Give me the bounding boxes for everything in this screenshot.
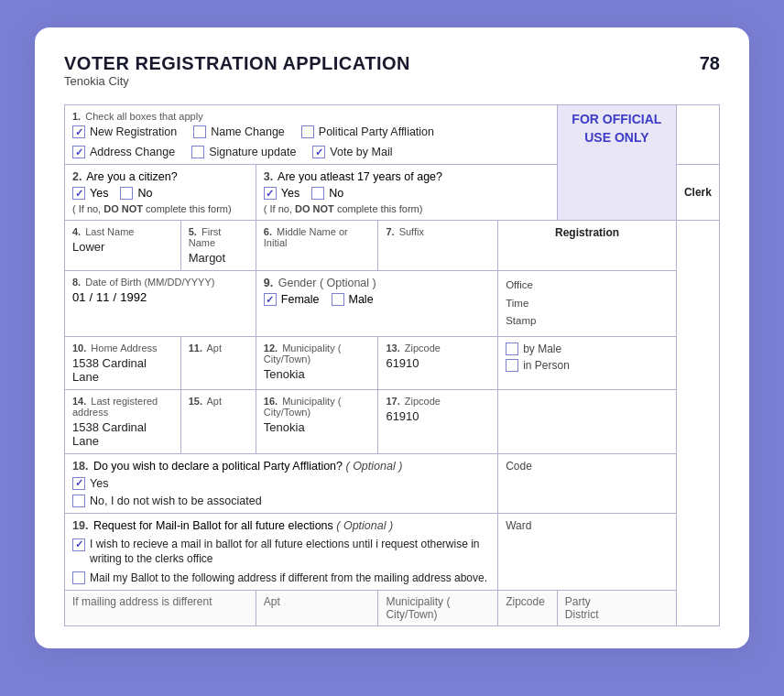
citizen-note: ( If no, DO NOT complete this form) <box>72 203 248 214</box>
cb-citizen-yes[interactable] <box>72 187 85 200</box>
by-mail-cell: by Male in Person <box>498 336 677 389</box>
first-name-cell: 5. First Name Margot <box>180 221 256 271</box>
mailing-address-row: If mailing address is different Apt Muni… <box>65 591 720 626</box>
cb-party-yes[interactable] <box>72 477 85 490</box>
dob-cell-container: 8. Date of Birth (MM/DD/YYYY) 01 / 11 / … <box>65 271 256 337</box>
cb-name-change[interactable] <box>193 125 206 138</box>
municipality-cell: 12. Municipality ( City/Town) Tenokia <box>256 336 378 389</box>
party-row: 18. Do you wish to declare a political P… <box>65 453 720 513</box>
cb-male[interactable] <box>332 293 344 306</box>
last-municipality-value: Tenokia <box>264 420 371 434</box>
mail-option1[interactable]: I wish to recieve a mail in ballot for a… <box>72 537 490 568</box>
checkbox-vote-by-mail[interactable]: Vote by Mail <box>312 146 392 158</box>
ward-cell: Ward <box>498 513 677 591</box>
age-cell: 3. Are you atleast 17 years of age? Yes … <box>256 165 557 221</box>
cb-citizen-no[interactable] <box>120 187 133 200</box>
apt-cell: 11. Apt <box>180 336 256 389</box>
last-name-value: Lower <box>72 240 173 254</box>
voter-registration-card: VOTER REGISTRATION APPLICATION Tenokia C… <box>35 27 749 648</box>
checkbox-signature-update[interactable]: Signature update <box>191 146 296 158</box>
dob-gender-row: 8. Date of Birth (MM/DD/YYYY) 01 / 11 / … <box>65 271 720 337</box>
section1-checkboxes: New Registration Name Change Political P… <box>72 125 550 158</box>
cb-political-party[interactable] <box>301 125 314 138</box>
first-name-value: Margot <box>189 251 248 265</box>
stamp-cell: Office Time Stamp <box>498 271 677 337</box>
cb-age-no[interactable] <box>311 187 324 200</box>
party-question-cell: 18. Do you wish to declare a political P… <box>65 453 498 513</box>
name-row: 4. Last Name Lower 5. First Name Margot … <box>65 221 720 271</box>
empty-cell-last <box>498 389 677 453</box>
cb-female[interactable] <box>264 293 277 306</box>
age-note: ( If no, DO NOT complete this form) <box>264 203 550 214</box>
mail-ballot-row: 19. Request for Mail-in Ballot for all f… <box>65 513 720 591</box>
cb-age-yes[interactable] <box>264 187 277 200</box>
in-person-item: in Person <box>506 359 669 372</box>
middle-name-cell: 6. Middle Name or Initial <box>256 221 378 271</box>
checkbox-name-change[interactable]: Name Change <box>193 125 285 138</box>
home-address-value: 1538 Cardinal Lane <box>72 356 173 384</box>
last-name-cell: 4. Last Name Lower <box>65 221 181 271</box>
middle-name-value <box>264 251 371 265</box>
card-header: VOTER REGISTRATION APPLICATION Tenokia C… <box>64 53 720 101</box>
address-row: 10. Home Address 1538 Cardinal Lane 11. … <box>65 336 720 389</box>
cb-signature-update[interactable] <box>191 146 204 158</box>
cb-in-person[interactable] <box>506 359 518 372</box>
dob-value: 01 / 11 / 1992 <box>72 290 248 304</box>
cb-new-registration[interactable] <box>72 125 85 138</box>
last-apt-cell: 15. Apt <box>180 389 256 453</box>
party-yes-item[interactable]: Yes <box>72 477 490 490</box>
card-title: VOTER REGISTRATION APPLICATION <box>64 53 410 74</box>
mail-ballot-cell: 19. Request for Mail-in Ballot for all f… <box>65 513 498 591</box>
cb-mail-option2[interactable] <box>72 571 85 584</box>
gender-cell-container: 9. Gender ( Optional ) Female Male <box>256 271 497 337</box>
section1-cell: 1. Check all boxes that apply New Regist… <box>65 105 558 165</box>
card-subtitle: Tenokia City <box>64 74 410 88</box>
last-zipcode-value: 61910 <box>386 409 490 423</box>
last-zipcode-cell: 17. Zipcode 61910 <box>378 389 498 453</box>
code-cell: Code <box>498 453 677 513</box>
last-municipality-cell: 16. Municipality ( City/Town) Tenokia <box>256 389 378 453</box>
last-address-value: 1538 Cardinal Lane <box>72 420 173 448</box>
citizen-cell: 2. Are you a citizen? Yes No ( If no, DO… <box>65 165 256 221</box>
cb-mail-option1[interactable] <box>72 538 85 551</box>
by-male-item: by Male <box>506 343 669 355</box>
registration-cell: Registration <box>498 221 677 271</box>
municipality-value: Tenokia <box>264 367 371 381</box>
mailing-municipality-label: Municipality ( City/Town) <box>378 591 498 626</box>
last-address-cell: 14. Last registered address 1538 Cardina… <box>65 389 181 453</box>
last-apt-value <box>189 409 248 423</box>
last-address-row: 14. Last registered address 1538 Cardina… <box>65 389 720 453</box>
clerk-cell: Clerk <box>676 165 719 221</box>
mail-option2[interactable]: Mail my Ballot to the following address … <box>72 571 490 584</box>
suffix-value <box>386 240 490 254</box>
zipcode-value: 61910 <box>386 356 490 370</box>
checkbox-address-change[interactable]: Address Change <box>72 146 175 158</box>
checkbox-political-party[interactable]: Political Party Affliation <box>301 125 434 138</box>
apt-value <box>189 356 248 370</box>
section1-row: 1. Check all boxes that apply New Regist… <box>65 105 720 165</box>
suffix-cell: 7. Suffix <box>378 221 498 271</box>
cb-vote-by-mail[interactable] <box>312 146 325 158</box>
card-number: 78 <box>700 53 720 74</box>
party-cell: Party District <box>557 591 676 626</box>
party-no-item[interactable]: No, I do not wish to be associated <box>72 495 490 507</box>
cb-party-no[interactable] <box>72 495 85 507</box>
checkbox-new-registration[interactable]: New Registration <box>72 125 177 138</box>
mailing-zipcode-label: Zipcode <box>498 591 558 626</box>
mailing-address-label: If mailing address is different <box>65 591 256 626</box>
official-use-cell: FOR OFFICIAL USE ONLY <box>557 105 676 221</box>
cb-by-male[interactable] <box>506 343 518 355</box>
home-address-cell: 10. Home Address 1538 Cardinal Lane <box>65 336 181 389</box>
zipcode-cell: 13. Zipcode 61910 <box>378 336 498 389</box>
form-table: 1. Check all boxes that apply New Regist… <box>64 104 720 626</box>
cb-address-change[interactable] <box>72 146 85 158</box>
mailing-apt-label: Apt <box>256 591 378 626</box>
section1-label: 1. Check all boxes that apply <box>72 111 550 122</box>
